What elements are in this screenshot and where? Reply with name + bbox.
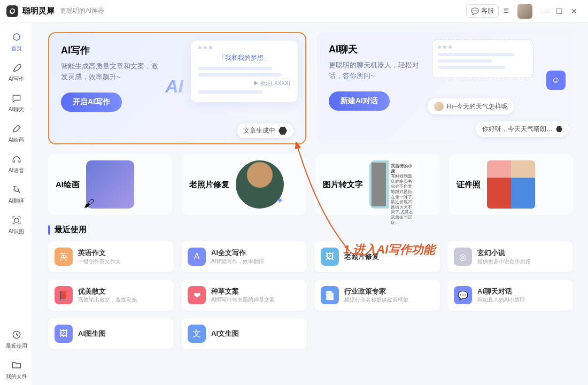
card-title: 玄幻小说 bbox=[477, 248, 531, 258]
sidebar-item-paint[interactable]: AI绘画 bbox=[0, 118, 33, 149]
recent-grid: 英 英语作文 一键创作英文作文A AI全文写作 AI智能写作，效率翻倍🖼 老照片… bbox=[48, 241, 573, 349]
card-title: AI聊天对话 bbox=[477, 287, 525, 296]
recent-card[interactable]: 🖼 老照片修复 bbox=[314, 241, 440, 272]
minimize-button[interactable]: — bbox=[537, 7, 552, 16]
recent-card[interactable]: ❤ 种草文案 AI撰写任何主题的种草文案 bbox=[181, 280, 307, 311]
maximize-button[interactable]: ☐ bbox=[552, 7, 567, 16]
id-thumbnail bbox=[487, 160, 535, 209]
hero-chat-card[interactable]: AI聊天 更聪明的聊天机器人，轻松对话，答你所问~ 新建AI对话 ☺ Hi~今天… bbox=[317, 32, 573, 144]
feather-icon bbox=[11, 62, 22, 74]
menu-button[interactable]: ≡ bbox=[503, 5, 509, 17]
scan-icon bbox=[11, 214, 22, 226]
sidebar-item-files[interactable]: 我的文件 bbox=[0, 355, 33, 385]
quick-card-ocr[interactable]: 图片转文字 武昌街的小调有时候到重庆晓寒买书总会不自觉地跟武昌街在走一阵了,最近… bbox=[315, 154, 439, 215]
recent-card[interactable]: 📄 行业政策专家 根据行业名称提供政策框架 bbox=[314, 280, 440, 311]
card-title: 优美散文 bbox=[78, 287, 137, 296]
recent-card[interactable]: 📕 优美散文 高效输出散文，激发灵感 bbox=[48, 280, 174, 311]
chat-preview-box bbox=[432, 40, 533, 78]
card-icon: ❤ bbox=[188, 286, 206, 304]
card-icon: 📄 bbox=[321, 286, 339, 304]
card-icon: 文 bbox=[188, 325, 206, 343]
recent-card[interactable]: 文 AI文生图 bbox=[181, 318, 307, 349]
sidebar-item-voice[interactable]: AI语音 bbox=[0, 149, 33, 179]
card-subtitle: 根据行业名称提供政策框架 bbox=[344, 296, 408, 304]
sidebar: 首页 AI写作 AI聊天 AI绘画 AI语音 AI翻译 AI识图 最 bbox=[0, 22, 33, 385]
photo-thumbnail bbox=[236, 160, 284, 209]
card-subtitle: 宛如真人的AI小助理 bbox=[477, 296, 525, 304]
card-subtitle: 提供更多小说创作思路 bbox=[477, 258, 531, 265]
sidebar-item-home[interactable]: 首页 bbox=[0, 27, 33, 57]
recent-card[interactable]: ◎ 玄幻小说 提供更多小说创作思路 bbox=[447, 241, 573, 272]
recent-card[interactable]: 英 英语作文 一键创作英文作文 bbox=[48, 241, 174, 272]
card-icon: A bbox=[188, 248, 206, 266]
headphone-icon bbox=[11, 153, 22, 165]
chat-bubble-reply: 你好呀，今天天气晴朗… bbox=[476, 121, 569, 137]
app-name: 聪明灵犀 bbox=[22, 6, 55, 16]
card-title: AI图生图 bbox=[78, 329, 106, 338]
sidebar-item-translate[interactable]: AI翻译 bbox=[0, 179, 33, 210]
titlebar: 聪明灵犀 更聪明的AI神器 💬 客服 ≡ — ☐ ✕ bbox=[0, 0, 588, 22]
card-subtitle: AI撰写任何主题的种草文案 bbox=[211, 296, 275, 304]
quick-card-idphoto[interactable]: 证件照 bbox=[449, 154, 573, 215]
recent-card[interactable]: A AI全文写作 AI智能写作，效率翻倍 bbox=[181, 241, 307, 272]
card-icon: 💬 bbox=[454, 286, 472, 304]
card-subtitle: 高效输出散文，激发灵感 bbox=[78, 296, 137, 304]
brush-icon bbox=[11, 123, 22, 135]
recent-header: 最近使用 bbox=[48, 225, 573, 235]
card-title: 老照片修复 bbox=[344, 252, 379, 261]
chat-smile-icon: ☺ bbox=[546, 71, 566, 90]
support-button[interactable]: 💬 客服 bbox=[466, 4, 499, 18]
start-writing-button[interactable]: 开启AI写作 bbox=[61, 93, 122, 112]
new-chat-button[interactable]: 新建AI对话 bbox=[329, 91, 390, 111]
paint-thumbnail bbox=[86, 160, 134, 209]
ocr-thumbnail: 武昌街的小调有时候到重庆晓寒买书总会不自觉地跟武昌街在走一阵了,最近发现武昌街大… bbox=[369, 160, 417, 209]
sidebar-item-chat[interactable]: AI聊天 bbox=[0, 88, 33, 118]
card-title: 行业政策专家 bbox=[344, 287, 408, 296]
card-title: AI文生图 bbox=[211, 329, 239, 338]
card-icon: ◎ bbox=[454, 248, 472, 266]
translate-icon bbox=[11, 184, 22, 196]
close-button[interactable]: ✕ bbox=[567, 7, 582, 16]
sidebar-item-writing[interactable]: AI写作 bbox=[0, 57, 33, 88]
main-content: AI写作 智能生成高质量文章和文案，激发灵感，效率飙升~ 开启AI写作 AI 「… bbox=[33, 22, 588, 385]
card-title: 种草文案 bbox=[211, 287, 275, 296]
recent-card[interactable]: 💬 AI聊天对话 宛如真人的AI小助理 bbox=[447, 280, 573, 311]
card-subtitle: 一键创作英文作文 bbox=[78, 258, 121, 265]
folder-icon bbox=[11, 359, 22, 371]
sidebar-item-recent[interactable]: 最近使用 bbox=[0, 324, 33, 355]
quick-card-paint[interactable]: AI绘画 bbox=[48, 154, 172, 215]
card-icon: 🖼 bbox=[321, 248, 339, 266]
quick-card-restore[interactable]: 老照片修复 bbox=[182, 154, 306, 215]
card-icon: 英 bbox=[55, 248, 73, 266]
sidebar-item-ocr[interactable]: AI识图 bbox=[0, 210, 33, 240]
user-avatar[interactable] bbox=[517, 4, 532, 19]
chat-bubble-user: Hi~今天的天气怎样呢 bbox=[428, 98, 514, 114]
recent-card[interactable]: 🖼 AI图生图 bbox=[48, 318, 174, 349]
hero-writing-card[interactable]: AI写作 智能生成高质量文章和文案，激发灵感，效率飙升~ 开启AI写作 AI 「… bbox=[48, 32, 306, 144]
writing-preview-card: 「我和我的梦想」 ▶ 批注( XXXX) bbox=[191, 41, 298, 102]
hero-writing-desc: 智能生成高质量文章和文案，激发灵感，效率飙升~ bbox=[61, 61, 163, 82]
generating-badge: 文章生成中 bbox=[237, 124, 293, 138]
card-icon: 🖼 bbox=[55, 325, 73, 343]
card-subtitle: AI智能写作，效率翻倍 bbox=[211, 258, 264, 265]
chat-bubble-icon bbox=[11, 93, 22, 104]
clock-icon bbox=[11, 329, 22, 341]
card-title: AI全文写作 bbox=[211, 248, 264, 258]
app-logo bbox=[6, 5, 18, 17]
hexagon-icon bbox=[11, 32, 22, 43]
card-icon: 📕 bbox=[55, 286, 73, 304]
ai-badge: AI bbox=[165, 76, 183, 97]
hero-chat-desc: 更聪明的聊天机器人，轻松对话，答你所问~ bbox=[329, 60, 430, 81]
chat-icon: 💬 bbox=[471, 7, 479, 15]
app-tagline: 更聪明的AI神器 bbox=[60, 6, 104, 16]
card-title: 英语作文 bbox=[78, 248, 121, 258]
